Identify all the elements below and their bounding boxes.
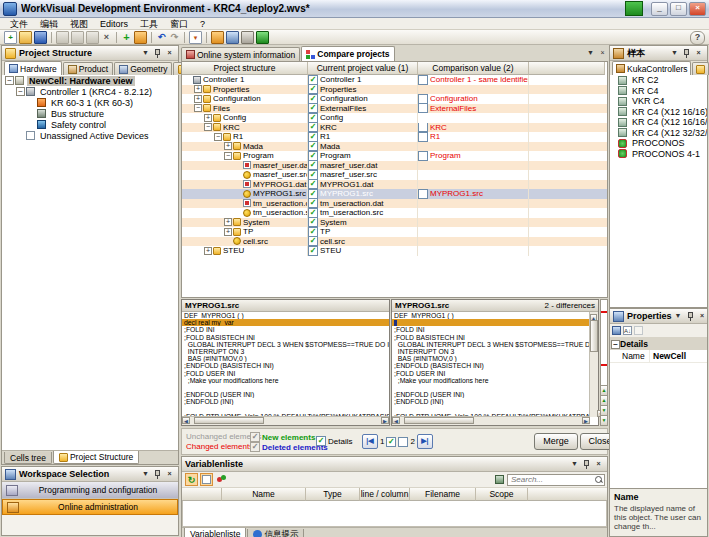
merge-button[interactable]: Merge <box>534 433 578 450</box>
close-panel-icon[interactable]: × <box>164 469 175 480</box>
current-checkbox[interactable]: ✓ <box>308 170 318 180</box>
scroll-right-icon[interactable]: ▶ <box>381 417 389 424</box>
save-icon[interactable] <box>34 31 47 44</box>
current-checkbox[interactable]: ✓ <box>308 142 318 152</box>
chevron-down-icon[interactable]: ▼ <box>585 48 596 59</box>
add-icon[interactable]: + <box>121 32 132 43</box>
table-row[interactable]: +Config✓Config <box>182 113 607 123</box>
current-checkbox[interactable]: ✓ <box>308 208 318 218</box>
collapse-icon[interactable]: − <box>214 133 222 141</box>
catalog-item[interactable]: KR C4 <box>610 86 707 97</box>
details-toggle[interactable]: ✓ Details <box>316 436 352 446</box>
chevron-down-icon[interactable]: ▼ <box>569 459 580 470</box>
tab-variable-list-1[interactable]: 信息提示 <box>247 529 304 537</box>
search-input[interactable] <box>507 474 605 486</box>
chevron-down-icon[interactable]: ▼ <box>140 48 151 59</box>
catalog-titlebar[interactable]: 样本 ▼ × <box>610 46 707 61</box>
table-row[interactable]: −KRC✓KRCKRC <box>182 123 607 133</box>
column-header-type[interactable]: Type <box>306 488 360 501</box>
new-elements-checkbox[interactable]: ✓ <box>250 432 260 442</box>
tab-left-bottom-1[interactable]: Project Structure <box>53 451 139 464</box>
scroll-right-icon[interactable]: ▶ <box>582 417 590 424</box>
deploy-icon[interactable]: ▾ <box>189 31 202 44</box>
current-checkbox[interactable]: ✓ <box>308 161 318 171</box>
table-row[interactable]: +TP✓TP <box>182 227 607 237</box>
refresh-button[interactable]: ↻ <box>185 473 198 486</box>
first-diff-icon[interactable]: ▲ <box>601 385 607 395</box>
sort-az-icon[interactable]: A↓ <box>623 326 632 335</box>
current-checkbox[interactable]: ✓ <box>308 113 318 123</box>
collapse-icon[interactable]: − <box>204 123 212 131</box>
catalog-item[interactable]: KR C4 (X12 16/16/4) <box>610 117 707 128</box>
table-row[interactable]: +STEU✓STEU <box>182 246 607 256</box>
code-editor-right[interactable]: DEF MYPROG1 ( );FOLD INI;FOLD BASISTECH … <box>392 312 590 417</box>
redo-icon[interactable]: ↷ <box>169 32 180 43</box>
table-row[interactable]: +System✓System <box>182 218 607 228</box>
deleted-elements-checkbox[interactable]: ✓ <box>250 442 260 452</box>
open-file-icon[interactable] <box>19 31 32 44</box>
menu-item-6[interactable]: ? <box>194 18 211 30</box>
comparison-checkbox[interactable] <box>418 104 428 114</box>
h-scrollbar[interactable]: ◀ ▶ <box>392 416 590 425</box>
catalog-item[interactable]: VKR C4 <box>610 96 707 107</box>
comparison-checkbox[interactable] <box>418 75 428 85</box>
comparison-checkbox[interactable] <box>418 132 428 142</box>
table-row[interactable]: MYPROG1.src✓MYPROG1.srcMYPROG1.src <box>182 189 607 199</box>
tree-item[interactable]: Safety control <box>2 119 178 130</box>
catalog-item[interactable]: KR C4 (X12 32/32/4) <box>610 128 707 139</box>
chevron-down-icon[interactable]: ▼ <box>669 48 680 59</box>
current-checkbox[interactable]: ✓ <box>308 151 318 161</box>
pin-icon[interactable] <box>681 48 692 59</box>
menu-item-1[interactable]: 编辑 <box>34 18 64 30</box>
pin-icon[interactable] <box>152 48 163 59</box>
current-checkbox[interactable]: ✓ <box>308 246 318 256</box>
scroll-thumb[interactable] <box>404 417 474 424</box>
tab-kukacontrollers[interactable]: KukaControllers <box>612 61 691 75</box>
column-header-2[interactable]: Comparison value (2) <box>418 62 529 75</box>
property-pages-icon[interactable] <box>634 326 643 335</box>
collapse-icon[interactable]: − <box>224 152 232 160</box>
table-row[interactable]: tm_useraction.dat✓tm_useraction.dat <box>182 199 607 209</box>
current-checkbox[interactable]: ✓ <box>308 75 318 85</box>
tree-item[interactable]: −Controller 1 (KRC4 - 8.2.12) <box>2 86 178 97</box>
collapse-icon[interactable]: − <box>194 104 202 112</box>
tab-online-system-information[interactable]: Online system information <box>181 47 300 61</box>
current-checkbox[interactable]: ✓ <box>308 199 318 209</box>
table-row[interactable]: −Files✓ExternalFilesExternalFiles <box>182 104 607 114</box>
tab-left-bottom-0[interactable]: Cells tree <box>4 452 52 464</box>
scroll-left-icon[interactable]: ◀ <box>182 417 190 424</box>
table-row[interactable]: masref_user.src✓masref_user.src <box>182 170 607 180</box>
menu-item-4[interactable]: 工具 <box>134 18 164 30</box>
current-checkbox[interactable]: ✓ <box>308 227 318 237</box>
collapse-icon[interactable]: − <box>611 340 620 349</box>
first-page-button[interactable]: |◀ <box>362 434 378 449</box>
help-button[interactable]: ? <box>690 31 705 45</box>
current-checkbox[interactable]: ✓ <box>308 180 318 190</box>
menu-item-3[interactable]: Editors <box>94 18 134 30</box>
catalog-item[interactable]: KR C4 (X12 16/16) <box>610 107 707 118</box>
current-checkbox[interactable]: ✓ <box>308 132 318 142</box>
tab-project-structure-1[interactable]: Product <box>63 62 113 75</box>
variable-list-titlebar[interactable]: Variablenliste ▼ × <box>182 457 607 472</box>
prev-diff-icon[interactable]: ▲ <box>601 395 607 405</box>
download-project-icon[interactable] <box>211 31 224 44</box>
minimize-button[interactable]: _ <box>651 2 668 16</box>
table-row[interactable]: +Mada✓Mada <box>182 142 607 152</box>
next-diff-icon[interactable]: ▼ <box>601 405 607 415</box>
column-header-line-column[interactable]: line / column <box>360 488 410 501</box>
menu-item-0[interactable]: 文件 <box>4 18 34 30</box>
comparison-checkbox[interactable] <box>418 123 428 133</box>
current-checkbox[interactable]: ✓ <box>308 85 318 95</box>
pin-icon[interactable] <box>581 459 592 470</box>
table-row[interactable]: tm_useraction.src✓tm_useraction.src <box>182 208 607 218</box>
catalog-item[interactable]: PROCONOS <box>610 138 707 149</box>
details-group-header[interactable]: − Details <box>610 338 707 350</box>
filter-icon[interactable] <box>495 475 504 484</box>
column-header-0[interactable]: Project structure <box>182 62 308 75</box>
tab-project-structure-2[interactable]: Geometry <box>114 62 172 75</box>
table-row[interactable]: MYPROG1.dat✓MYPROG1.dat <box>182 180 607 190</box>
column-header-1[interactable]: Current project value (1) <box>308 62 418 75</box>
table-row[interactable]: +Configuration✓ConfigurationConfiguratio… <box>182 94 607 104</box>
table-row[interactable]: −Program✓ProgramProgram <box>182 151 607 161</box>
h-scrollbar[interactable]: ◀ ▶ <box>182 416 389 425</box>
